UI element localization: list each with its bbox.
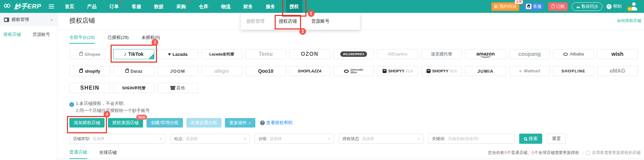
brand[interactable]: 妙手ERP	[4, 2, 41, 11]
sidebar-group-auth-management[interactable]: 授权管理 ∧	[0, 13, 57, 26]
question-mark-icon	[260, 120, 265, 125]
nav-item[interactable]: 产品	[85, 0, 99, 13]
book-training-button[interactable]: 预约培训 免费	[491, 2, 519, 11]
add-auth-store-button[interactable]: 添加授权店铺	[69, 118, 105, 128]
step-1-badge: 1	[308, 10, 315, 17]
new-badge: New	[136, 115, 147, 120]
hamburger-menu-icon[interactable]	[49, 4, 54, 8]
tab[interactable]: 已授权(29)	[108, 35, 129, 44]
dropdown-item[interactable]: 货源账号	[311, 18, 329, 24]
platform-tile[interactable]: TikTok 3	[113, 49, 154, 59]
store-type-tab[interactable]: 全球店铺	[99, 150, 117, 159]
platform-tile[interactable]: wish	[597, 49, 638, 59]
platform-tile[interactable]: Shopee	[69, 49, 110, 59]
platform-tile[interactable]: eMAG	[597, 66, 638, 76]
platform-tile[interactable]: Alibaba	[553, 49, 594, 59]
filter-select[interactable]: 站点: 请选择 ∨	[170, 134, 250, 144]
platform-tile[interactable]: SHOPLINE	[553, 66, 594, 76]
platform-tile[interactable]: JOOM	[157, 66, 198, 76]
normal-store-count: 0	[505, 151, 507, 155]
create-group-button[interactable]: 创建/管理分组	[146, 118, 183, 128]
store-manage-icon	[4, 18, 9, 22]
platform-tile[interactable]: coupang	[509, 49, 550, 59]
how-to-auth-link[interactable]: 如何授权店铺	[617, 18, 641, 24]
platform-row-3: SHEIN SHEIN半托管 其他	[69, 83, 641, 93]
filter-select[interactable]: 授权状态: 请选择 ∨	[339, 134, 423, 144]
filter-select[interactable]: 分组: 请选择 ∨	[255, 134, 334, 144]
user-avatar[interactable]: V	[629, 2, 638, 10]
keyword-input-box[interactable]: 关键词:	[428, 134, 514, 144]
order-button[interactable]: 订购	[548, 2, 568, 11]
platform-tile[interactable]: Lazada全托管	[201, 49, 242, 59]
nav-item[interactable]: 客服	[130, 0, 143, 13]
nav-item[interactable]: 采购	[175, 0, 188, 13]
platform-tile[interactable]: Temu	[245, 49, 286, 59]
nav-item[interactable]: 首页	[63, 0, 76, 13]
authorized-check-icon	[148, 53, 154, 59]
platform-tile[interactable]: SHEIN	[69, 83, 110, 93]
platform-logo-icon	[79, 69, 83, 73]
tab[interactable]: 全部平台(29)	[69, 35, 95, 44]
platform-logo-icon	[79, 52, 83, 56]
sidebar-item[interactable]: 货源账号	[32, 31, 50, 38]
nav-item[interactable]: 订单	[108, 0, 121, 13]
platform-tile[interactable]: Walmart	[509, 66, 550, 76]
question-mark-icon	[606, 4, 612, 9]
platform-tile[interactable]: OZON	[289, 49, 330, 59]
platform-logo-icon	[171, 87, 175, 90]
platform-tile[interactable]: Lazada	[157, 49, 198, 59]
platform-tile[interactable]: SHEIN半托管	[113, 83, 154, 93]
platform-tile[interactable]: JUMIA	[465, 66, 506, 76]
store-type-tab[interactable]: 普通店铺	[69, 149, 87, 159]
vertical-separator	[582, 151, 583, 155]
platform-tile[interactable]: SHOPLAZZA	[289, 66, 330, 76]
renewal-only-checkbox[interactable]	[586, 151, 590, 155]
batch-group-button[interactable]: 批量设置分组	[186, 118, 222, 128]
filter-select[interactable]: 店铺类型: 请选择 ∨	[69, 134, 166, 144]
platform-tile[interactable]: AliExpress	[377, 49, 418, 59]
chevron-up-icon: ∧	[50, 18, 53, 22]
data-sync-button[interactable]: ☁ 数据同步	[572, 2, 602, 11]
nav-item[interactable]: 仓库	[197, 0, 210, 13]
store-type-bar: 普通店铺全球店铺 您当前有0个普通店铺、0个全球店铺需要更新授权 仅查看需要更新…	[58, 149, 644, 159]
keyword-input[interactable]	[447, 136, 511, 141]
help-button[interactable]: 帮助	[606, 3, 622, 9]
platform-tile[interactable]: shopify	[69, 66, 110, 76]
page-title: 授权店铺	[69, 16, 95, 25]
platform-logo-icon	[383, 69, 387, 73]
platform-logo-icon	[563, 53, 568, 56]
dropdown-item[interactable]: 授权管理	[246, 18, 264, 24]
platform-grid: Shopee TikTok 3 Lazada	[69, 49, 641, 93]
nav-item[interactable]: 数据	[152, 0, 166, 13]
view-auth-help-link[interactable]: 查看授权帮助	[260, 120, 293, 126]
chevron-down-icon: ∨	[328, 137, 330, 140]
main-nav: 首页产品订单客服数据采购仓库物流财务服务 授权 1	[63, 0, 302, 13]
shopping-bag-icon	[551, 5, 555, 8]
platform-tile[interactable]: SHOPYY V2.0	[421, 66, 462, 76]
reset-button[interactable]: 重置	[547, 134, 566, 144]
platform-tile[interactable]: Qoo10	[245, 66, 286, 76]
platform-tile[interactable]: mercado libre	[333, 66, 374, 76]
platform-tile[interactable]: amazon	[465, 49, 506, 59]
platform-tile[interactable]: SHOPYY V1.0	[377, 66, 418, 76]
nav-item[interactable]: 财务	[242, 0, 255, 13]
sidebar-item[interactable]: 授权店铺	[3, 31, 21, 38]
page: 妙手ERP 首页产品订单客服数据采购仓库物流财务服务 授权 1 预约培训 免费 …	[0, 0, 644, 160]
platform-tile[interactable]: WILDBERRIES	[333, 49, 374, 59]
more-actions-button[interactable]: 更多操作 ∨	[225, 118, 255, 128]
platform-tile[interactable]: allegro	[201, 66, 242, 76]
platform-tile[interactable]: 速卖通托管	[421, 49, 462, 59]
platform-tile[interactable]: 其他	[157, 83, 198, 93]
nav-item[interactable]: 物流	[219, 0, 233, 13]
platform-tile[interactable]: Daraz	[113, 66, 154, 76]
nav-item[interactable]: 服务	[264, 0, 277, 13]
platform-logo-icon	[125, 69, 129, 73]
training-chat-icon	[494, 5, 498, 8]
qq-support-button[interactable]: 客服	[523, 3, 544, 10]
step-2-badge: 2	[299, 28, 306, 35]
qq-penguin-icon	[526, 4, 531, 9]
sidebar: 授权管理 ∧ 授权店铺货源账号	[0, 13, 58, 160]
dropdown-item[interactable]: 授权店铺2	[279, 18, 297, 24]
nav-item-auth[interactable]: 授权 1	[286, 0, 302, 13]
search-button[interactable]: 搜索	[519, 134, 542, 144]
